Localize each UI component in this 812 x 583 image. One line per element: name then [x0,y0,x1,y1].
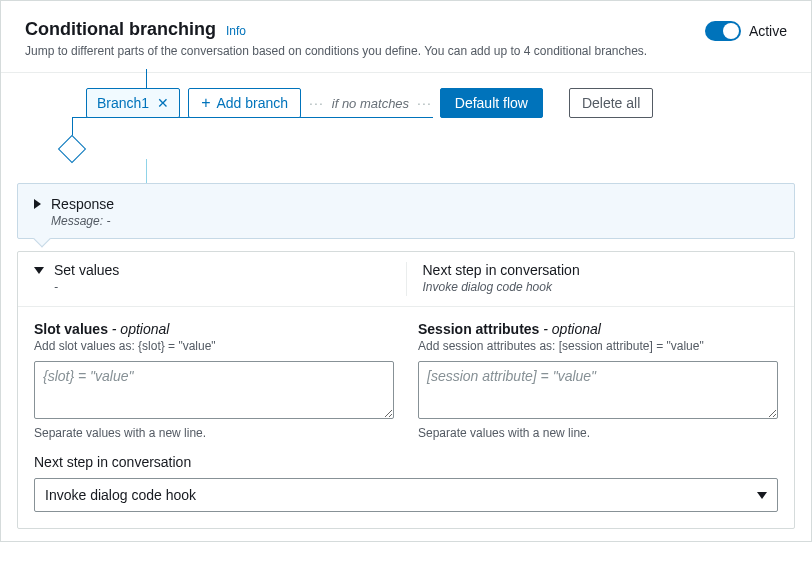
plus-icon: + [201,95,210,111]
slot-values-input[interactable] [34,361,394,419]
response-message-prefix: Message: [51,214,103,228]
flow-diagram: Branch1 ✕ + Add branch if no matches Def… [1,73,811,183]
collapse-caret-icon[interactable] [34,267,44,274]
no-match-connector: if no matches [309,95,432,111]
session-attributes-label-text: Session attributes [418,321,539,337]
set-values-header: Set values - Next step in conversation I… [18,252,794,307]
next-step-block: Next step in conversation Invoke dialog … [18,440,794,528]
optional-suffix: - optional [539,321,600,337]
set-values-sub: - [54,280,119,294]
delete-all-button[interactable]: Delete all [569,88,653,118]
card-title: Conditional branching [25,19,216,40]
slot-values-label: Slot values - optional [34,321,394,337]
delete-all-label: Delete all [582,95,640,111]
values-form: Slot values - optional Add slot values a… [18,307,794,440]
optional-suffix: - optional [108,321,169,337]
conditional-branching-card: Conditional branching Info Jump to diffe… [0,0,812,542]
add-branch-button[interactable]: + Add branch [188,88,301,118]
next-step-label: Next step in conversation [34,454,778,470]
next-step-summary-title: Next step in conversation [423,262,779,278]
slot-values-sublabel: Add slot values as: {slot} = "value" [34,339,394,353]
decision-diamond-icon [58,135,86,163]
add-branch-label: Add branch [217,95,289,111]
no-match-label: if no matches [332,96,409,111]
card-header: Conditional branching Info Jump to diffe… [1,1,811,73]
default-flow-label: Default flow [455,95,528,111]
next-step-select-value: Invoke dialog code hook [45,487,196,503]
session-attributes-input[interactable] [418,361,778,419]
session-attributes-label: Session attributes - optional [418,321,778,337]
session-attributes-col: Session attributes - optional Add sessio… [418,311,778,440]
chevron-down-icon [757,492,767,499]
next-step-summary-value: Invoke dialog code hook [423,280,779,294]
info-link[interactable]: Info [226,24,246,38]
response-message-value: - [106,214,110,228]
response-panel: Response Message: - [17,183,795,239]
next-step-select[interactable]: Invoke dialog code hook [34,478,778,512]
response-title: Response [51,196,114,212]
active-toggle-group: Active [705,21,787,41]
slot-values-col: Slot values - optional Add slot values a… [34,311,394,440]
branch-button-row: Branch1 ✕ + Add branch if no matches Def… [86,88,653,118]
branch-chip-label: Branch1 [97,95,149,111]
session-attributes-helper: Separate values with a new line. [418,426,778,440]
expand-caret-icon[interactable] [34,199,41,209]
branch-chip[interactable]: Branch1 ✕ [86,88,180,118]
set-values-title: Set values [54,262,119,278]
active-toggle[interactable] [705,21,741,41]
card-subtitle: Jump to different parts of the conversat… [25,44,705,58]
close-icon[interactable]: ✕ [157,95,169,111]
response-message: Message: - [51,214,114,228]
session-attributes-sublabel: Add session attributes as: [session attr… [418,339,778,353]
slot-values-label-text: Slot values [34,321,108,337]
slot-values-helper: Separate values with a new line. [34,426,394,440]
flow-line [146,159,147,183]
default-flow-button[interactable]: Default flow [440,88,543,118]
header-text: Conditional branching Info Jump to diffe… [25,19,705,58]
active-toggle-label: Active [749,23,787,39]
set-values-panel: Set values - Next step in conversation I… [17,251,795,529]
